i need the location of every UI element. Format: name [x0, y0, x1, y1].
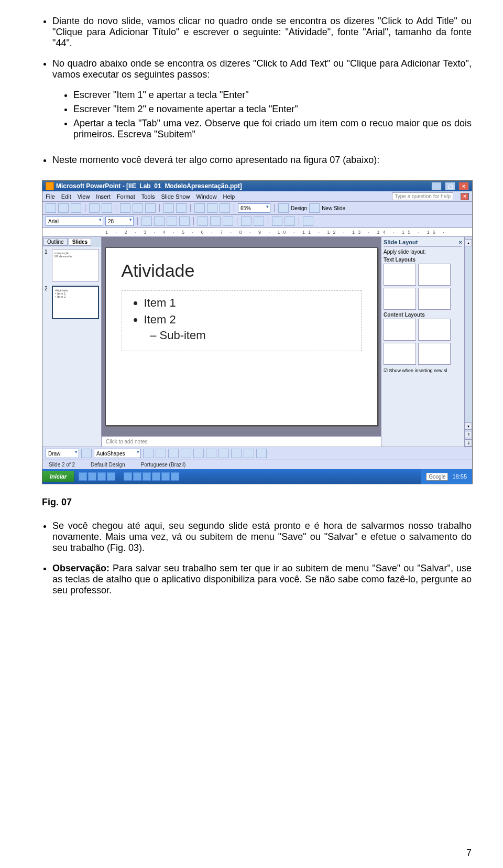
- layout-option[interactable]: [418, 343, 451, 365]
- clock: 18:55: [452, 473, 467, 480]
- menu-edit[interactable]: Edit: [61, 193, 71, 200]
- decrease-indent-icon[interactable]: [272, 216, 282, 226]
- layout-option[interactable]: [384, 343, 416, 365]
- chart-icon[interactable]: [194, 203, 205, 213]
- new-icon[interactable]: [46, 203, 56, 213]
- tab-outline[interactable]: Outline: [43, 238, 68, 246]
- thumbnail-1[interactable]: Introdução…IIE desarollo: [52, 249, 99, 281]
- line-icon[interactable]: [143, 449, 154, 458]
- task-button[interactable]: [124, 472, 132, 481]
- help-search[interactable]: Type a question for help: [392, 192, 453, 200]
- copy-icon[interactable]: [133, 203, 143, 213]
- minimize-button[interactable]: _: [431, 182, 442, 190]
- slide-canvas[interactable]: Atividade Item 1 Item 2 Sub-item: [102, 237, 381, 436]
- menu-file[interactable]: File: [46, 193, 55, 200]
- slide[interactable]: Atividade Item 1 Item 2 Sub-item: [105, 247, 378, 426]
- quick-launch-icon[interactable]: [97, 472, 106, 481]
- align-left-icon[interactable]: [198, 216, 208, 226]
- layout-option[interactable]: [384, 288, 416, 310]
- quick-launch-icon[interactable]: [107, 472, 115, 481]
- close-button[interactable]: ×: [458, 182, 469, 190]
- task-button[interactable]: [133, 472, 141, 481]
- scroll-up-icon[interactable]: ▴: [465, 239, 472, 246]
- task-button[interactable]: [152, 472, 160, 481]
- maximize-button[interactable]: ▢: [445, 182, 455, 190]
- increase-indent-icon[interactable]: [285, 216, 295, 226]
- arrow-icon[interactable]: [156, 449, 166, 458]
- start-button[interactable]: Iniciar: [42, 471, 74, 482]
- open-icon[interactable]: [58, 203, 69, 213]
- preview-icon[interactable]: [102, 203, 112, 213]
- shadow-icon[interactable]: [179, 216, 190, 226]
- textbox-icon[interactable]: [193, 449, 204, 458]
- menu-window[interactable]: Window: [196, 193, 216, 200]
- doc-close-button[interactable]: ×: [461, 193, 469, 200]
- oval-icon[interactable]: [181, 449, 191, 458]
- bold-icon[interactable]: [141, 216, 152, 226]
- quick-launch-icon[interactable]: [79, 472, 87, 481]
- layout-option[interactable]: [418, 264, 451, 286]
- scroll-down-icon[interactable]: ▾: [465, 422, 472, 430]
- slide-body[interactable]: Item 1 Item 2 Sub-item: [122, 290, 362, 351]
- menu-tools[interactable]: Tools: [141, 193, 155, 200]
- menu-slideshow[interactable]: Slide Show: [161, 193, 190, 200]
- title-bar[interactable]: Microsoft PowerPoint - [IIE_Lab_01_Model…: [42, 181, 472, 191]
- zoom-combo[interactable]: 65%: [238, 203, 270, 213]
- align-center-icon[interactable]: [210, 216, 221, 226]
- menu-format[interactable]: Format: [117, 193, 135, 200]
- layout-option[interactable]: [418, 288, 451, 310]
- italic-icon[interactable]: [154, 216, 165, 226]
- table-icon[interactable]: [207, 203, 217, 213]
- fill-color-icon[interactable]: [231, 449, 242, 458]
- show-when-inserting-check[interactable]: ☑ Show when inserting new sl: [384, 368, 462, 373]
- layout-option[interactable]: [384, 264, 416, 286]
- draw-menu[interactable]: Draw: [46, 449, 79, 458]
- inner-list: Escrever "Item 1" e apertar a tecla "Ent…: [52, 90, 472, 140]
- font-color-drawing-icon[interactable]: [256, 449, 267, 458]
- slide-title[interactable]: Atividade: [122, 261, 362, 281]
- cut-icon[interactable]: [120, 203, 130, 213]
- tab-slides[interactable]: Slides: [69, 238, 91, 246]
- layout-option[interactable]: [384, 319, 416, 341]
- underline-icon[interactable]: [167, 216, 177, 226]
- menu-insert[interactable]: Insert: [96, 193, 111, 200]
- undo-icon[interactable]: [163, 203, 174, 213]
- clipart-icon[interactable]: [218, 449, 229, 458]
- line-color-icon[interactable]: [244, 449, 254, 458]
- save-icon[interactable]: [71, 203, 81, 213]
- task-button[interactable]: [161, 472, 170, 481]
- menu-view[interactable]: View: [78, 193, 90, 200]
- new-slide-icon[interactable]: [309, 203, 320, 213]
- next-slide-icon[interactable]: ⇓: [465, 439, 472, 447]
- align-right-icon[interactable]: [223, 216, 233, 226]
- wordart-icon[interactable]: [206, 449, 216, 458]
- prev-slide-icon[interactable]: ⇑: [465, 431, 472, 438]
- quick-launch-icon[interactable]: [88, 472, 96, 481]
- new-slide-label[interactable]: New Slide: [322, 205, 345, 211]
- numbering-icon[interactable]: [254, 216, 264, 226]
- select-icon[interactable]: [81, 449, 92, 458]
- notes-pane[interactable]: Click to add notes: [102, 436, 381, 447]
- task-button[interactable]: [143, 472, 151, 481]
- redo-icon[interactable]: [176, 203, 187, 213]
- google-deskbar[interactable]: Google: [426, 473, 448, 481]
- hyperlink-icon[interactable]: [220, 203, 230, 213]
- menu-help[interactable]: Help: [223, 193, 235, 200]
- print-icon[interactable]: [89, 203, 100, 213]
- standard-toolbar: 65% Design New Slide: [42, 202, 472, 215]
- autoshapes-menu[interactable]: AutoShapes: [94, 449, 141, 458]
- layout-option[interactable]: [418, 319, 451, 341]
- design-label[interactable]: Design: [291, 205, 307, 211]
- font-size-combo[interactable]: 28: [105, 216, 134, 226]
- thumbnail-2[interactable]: Atividade• Item 1• Item 2: [52, 286, 99, 319]
- para-obs: Observação: Para salvar seu trabalho sem…: [52, 563, 472, 596]
- task-pane-close-icon[interactable]: ×: [459, 239, 462, 245]
- bullets-icon[interactable]: [241, 216, 252, 226]
- font-color-icon[interactable]: [303, 216, 313, 226]
- paste-icon[interactable]: [145, 203, 156, 213]
- vertical-scrollbar[interactable]: ▴ ▾ ⇑ ⇓: [464, 237, 472, 447]
- task-button[interactable]: [171, 472, 179, 481]
- design-icon[interactable]: [278, 203, 289, 213]
- font-combo[interactable]: Arial: [46, 216, 103, 226]
- rectangle-icon[interactable]: [168, 449, 179, 458]
